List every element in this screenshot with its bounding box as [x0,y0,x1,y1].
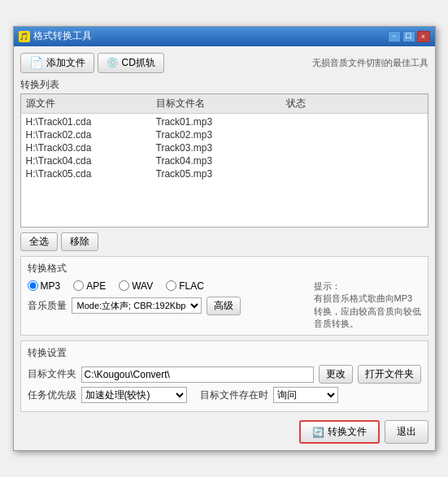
folder-row: 目标文件夹 更改 打开文件夹 [28,365,421,384]
convert-settings-section: 转换设置 目标文件夹 更改 打开文件夹 任务优先级 加速处理(较快)标准处理后台… [20,340,428,412]
convert-file-button[interactable]: 🔄 转换文件 [299,420,380,444]
add-icon: 📄 [29,56,43,69]
status-cell [286,168,351,180]
format-wav[interactable]: WAV [119,280,153,292]
folder-label: 目标文件夹 [28,367,76,381]
format-flac[interactable]: FLAC [166,280,204,292]
source-cell: H:\Track02.cda [26,129,156,141]
target-cell: Track03.mp3 [156,142,286,154]
exit-button[interactable]: 退出 [385,420,428,444]
format-options-row: MP3 APE WAV FLAC [28,280,307,292]
format-section-label: 转换格式 [28,262,421,275]
subtitle-hint: 无损音质文件切割的最佳工具 [312,57,428,69]
status-cell [286,116,351,128]
remove-button[interactable]: 移除 [61,232,98,251]
title-bar-left: 🎵 格式转换工具 [19,29,92,43]
main-window: 🎵 格式转换工具 － 口 × 📄 添加文件 💿 CD抓轨 无损音质文件切割的最佳… [13,26,436,452]
convert-icon: 🔄 [312,427,324,438]
file-list-body: H:\Track01.cda Track01.mp3 H:\Track02.cd… [21,114,428,182]
file-list-section-label: 转换列表 [20,78,428,92]
col-source: 源文件 [24,96,154,111]
status-cell [286,129,351,141]
format-mp3[interactable]: MP3 [28,280,61,292]
open-folder-button[interactable]: 打开文件夹 [358,365,421,384]
file-list-header: 源文件 目标文件名 状态 [21,94,428,114]
file-list-section: 转换列表 源文件 目标文件名 状态 H:\Track01.cda Track01… [20,78,428,228]
radio-ape[interactable] [73,280,84,291]
quality-row: 音乐质量 Mode:立体声; CBR:192Kbps 高级 [28,297,307,315]
target-cell: Track04.mp3 [156,155,286,167]
priority-select[interactable]: 加速处理(较快)标准处理后台处理(较慢) [81,387,187,403]
close-button[interactable]: × [417,31,430,42]
hint-box: 提示： 有损音乐格式歌曲向MP3 转换，应由较高音质向较低 音质转换。 [314,280,421,331]
radio-wav[interactable] [119,280,129,291]
col-target: 目标文件名 [154,96,285,111]
window-title: 格式转换工具 [33,29,92,43]
app-icon: 🎵 [19,31,30,42]
action-row: 🔄 转换文件 退出 [20,420,428,444]
status-cell [286,155,351,167]
convert-settings-label: 转换设置 [28,346,421,360]
exist-select[interactable]: 询问覆盖跳过 [273,387,338,403]
target-cell: Track01.mp3 [156,116,286,128]
source-cell: H:\Track05.cda [26,168,156,180]
convert-file-label: 转换文件 [328,425,367,439]
radio-flac[interactable] [166,280,176,291]
folder-input[interactable] [81,366,314,383]
minimize-button[interactable]: － [388,31,401,42]
source-cell: H:\Track01.cda [26,116,156,128]
target-cell: Track02.mp3 [156,129,286,141]
cd-rip-button[interactable]: 💿 CD抓轨 [98,53,164,73]
format-section: 转换格式 MP3 APE WAV FLAC [20,256,428,336]
file-list-container[interactable]: 源文件 目标文件名 状态 H:\Track01.cda Track01.mp3 … [20,93,428,228]
radio-mp3[interactable] [28,280,38,291]
title-controls: － 口 × [388,31,430,42]
table-row[interactable]: H:\Track03.cda Track03.mp3 [24,141,424,154]
content-area: 📄 添加文件 💿 CD抓轨 无损音质文件切割的最佳工具 转换列表 源文件 目标文… [14,46,435,451]
maximize-button[interactable]: 口 [402,31,415,42]
quality-label: 音乐质量 [28,299,67,313]
toolbar: 📄 添加文件 💿 CD抓轨 无损音质文件切割的最佳工具 [20,53,428,73]
status-cell [286,142,351,154]
add-file-label: 添加文件 [46,56,85,70]
format-ape[interactable]: APE [73,280,106,292]
cd-icon: 💿 [107,57,119,68]
priority-row: 任务优先级 加速处理(较快)标准处理后台处理(较慢) 目标文件存在时 询问覆盖跳… [28,387,421,403]
table-row[interactable]: H:\Track04.cda Track04.mp3 [24,154,424,167]
advanced-button[interactable]: 高级 [207,297,241,315]
table-row[interactable]: H:\Track02.cda Track02.mp3 [24,128,424,141]
change-folder-button[interactable]: 更改 [319,365,353,384]
exist-label: 目标文件存在时 [200,388,268,402]
add-file-button[interactable]: 📄 添加文件 [20,53,94,73]
cd-rip-label: CD抓轨 [122,56,155,70]
table-row[interactable]: H:\Track05.cda Track05.mp3 [24,167,424,180]
col-status: 状态 [285,96,350,111]
priority-label: 任务优先级 [28,388,76,402]
quality-select[interactable]: Mode:立体声; CBR:192Kbps [72,297,202,314]
source-cell: H:\Track03.cda [26,142,156,154]
target-cell: Track05.mp3 [156,168,286,180]
table-row[interactable]: H:\Track01.cda Track01.mp3 [24,115,424,128]
title-bar: 🎵 格式转换工具 － 口 × [14,27,435,46]
bottom-buttons: 全选 移除 [20,232,428,251]
source-cell: H:\Track04.cda [26,155,156,167]
select-all-button[interactable]: 全选 [20,232,58,251]
